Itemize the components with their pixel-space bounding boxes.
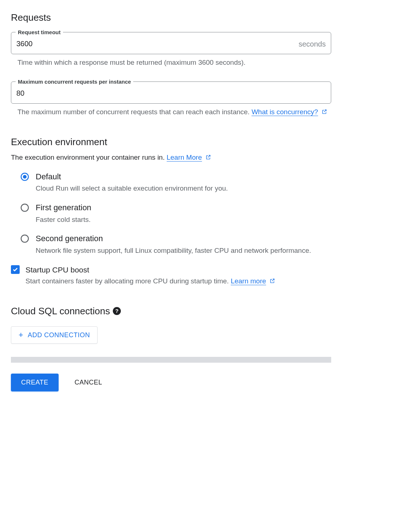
cancel-button[interactable]: CANCEL xyxy=(73,374,104,391)
concurrency-input[interactable] xyxy=(16,88,326,99)
cloud-sql-section: Cloud SQL connections ? + ADD CONNECTION xyxy=(11,304,331,344)
horizontal-scrollbar[interactable] xyxy=(11,357,331,363)
execution-learn-more-link[interactable]: Learn More xyxy=(167,154,202,162)
radio-default-sub: Cloud Run will select a suitable executi… xyxy=(36,184,228,194)
radio-first-gen[interactable]: First generation Faster cold starts. xyxy=(20,202,331,224)
checkbox-checked-icon xyxy=(11,265,20,274)
execution-title: Execution environment xyxy=(11,135,331,148)
request-timeout-field-wrap: Request timeout seconds Time within whic… xyxy=(11,28,331,68)
add-connection-label: ADD CONNECTION xyxy=(28,331,90,339)
svg-point-1 xyxy=(23,175,27,179)
plus-icon: + xyxy=(19,331,23,339)
startup-boost-row[interactable]: Startup CPU boost Start containers faste… xyxy=(11,264,331,286)
execution-desc: The execution environment your container… xyxy=(11,153,331,163)
concurrency-helper-text: The maximum number of concurrent request… xyxy=(17,108,251,116)
external-link-icon xyxy=(269,277,275,283)
radio-first-gen-label: First generation xyxy=(36,202,91,214)
radio-first-gen-sub: Faster cold starts. xyxy=(36,215,91,225)
radio-default[interactable]: Default Cloud Run will select a suitable… xyxy=(20,171,331,194)
execution-desc-text: The execution environment your container… xyxy=(11,154,167,161)
execution-radio-group: Default Cloud Run will select a suitable… xyxy=(20,171,331,256)
startup-boost-label: Startup CPU boost xyxy=(25,264,275,275)
requests-title: Requests xyxy=(11,11,331,24)
radio-second-gen[interactable]: Second generation Network file system su… xyxy=(20,233,331,255)
radio-default-label: Default xyxy=(36,171,228,183)
external-link-icon xyxy=(321,108,327,113)
startup-boost-link[interactable]: Learn more xyxy=(231,277,266,285)
radio-second-gen-sub: Network file system support, full Linux … xyxy=(36,246,311,256)
create-button[interactable]: CREATE xyxy=(11,374,59,391)
request-timeout-field[interactable]: Request timeout seconds xyxy=(11,28,331,54)
add-connection-button[interactable]: + ADD CONNECTION xyxy=(11,326,98,344)
svg-point-2 xyxy=(21,204,28,211)
request-timeout-helper: Time within which a response must be ret… xyxy=(11,54,331,68)
radio-second-gen-label: Second generation xyxy=(36,233,311,244)
concurrency-helper: The maximum number of concurrent request… xyxy=(11,104,331,117)
concurrency-field-wrap: Maximum concurrent requests per instance… xyxy=(11,78,331,117)
cloud-sql-title: Cloud SQL connections xyxy=(11,304,110,318)
external-link-icon xyxy=(205,153,211,159)
concurrency-label: Maximum concurrent requests per instance xyxy=(16,78,133,85)
concurrency-field[interactable]: Maximum concurrent requests per instance xyxy=(11,78,331,104)
requests-section: Requests Request timeout seconds Time wi… xyxy=(11,11,331,117)
radio-unselected-icon xyxy=(20,234,29,243)
request-timeout-label: Request timeout xyxy=(16,28,63,36)
radio-unselected-icon xyxy=(20,203,29,212)
help-icon[interactable]: ? xyxy=(113,307,121,315)
concurrency-link[interactable]: What is concurrency? xyxy=(251,108,318,116)
execution-section: Execution environment The execution envi… xyxy=(11,135,331,286)
startup-boost-desc-text: Start containers faster by allocating mo… xyxy=(25,277,231,285)
request-timeout-suffix: seconds xyxy=(299,39,326,49)
request-timeout-input[interactable] xyxy=(16,38,295,49)
svg-point-3 xyxy=(21,235,28,242)
radio-selected-icon xyxy=(20,172,29,181)
footer-buttons: CREATE CANCEL xyxy=(11,374,331,391)
startup-boost-desc: Start containers faster by allocating mo… xyxy=(25,276,275,286)
